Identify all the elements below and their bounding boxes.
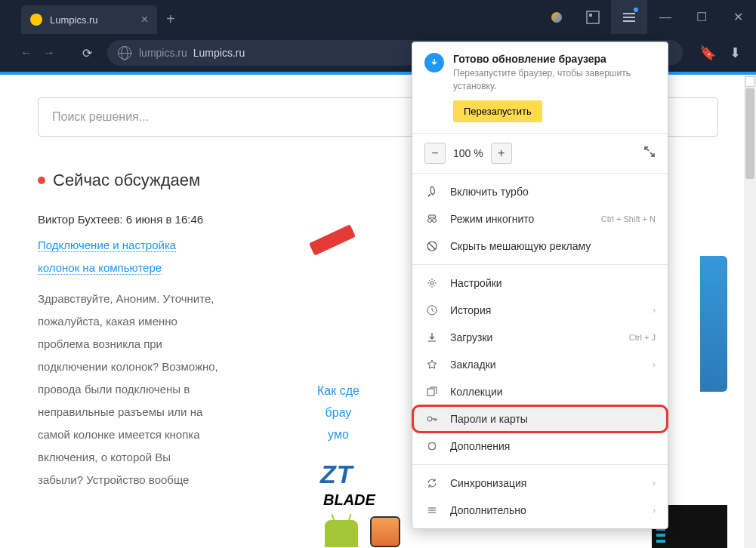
menu-item-addons[interactable]: Дополнения (412, 433, 668, 460)
menu-item-hide-ads[interactable]: Скрыть мешающую рекламу (412, 232, 668, 260)
now-discussing-title: Сейчас обсуждаем (53, 171, 200, 190)
article-link[interactable]: Как сде брау умо (317, 380, 359, 445)
sync-icon (424, 476, 440, 491)
menu-label: Дополнительно (450, 504, 526, 516)
chevron-right-icon: › (653, 305, 656, 316)
collections-icon (424, 384, 440, 399)
svg-point-6 (433, 218, 437, 222)
zte-logo: ZT (320, 460, 353, 489)
menu-item-downloads[interactable]: Загрузки Ctrl + J (412, 324, 668, 351)
android-icon (325, 520, 358, 547)
zoom-value: 100 % (453, 147, 483, 159)
rocket-icon (424, 184, 440, 199)
menu-item-bookmarks[interactable]: Закладки › (412, 351, 668, 378)
menu-item-history[interactable]: История › (412, 297, 668, 324)
update-notification: Готово обновление браузера Перезапустите… (412, 42, 668, 134)
menu-item-settings[interactable]: Настройки (412, 269, 668, 297)
update-description: Перезапустите браузер, чтобы завершить у… (453, 67, 656, 93)
menu-item-more[interactable]: Дополнительно › (412, 497, 668, 524)
tableau-icon[interactable] (575, 0, 611, 34)
blue-box-decor (700, 256, 727, 392)
menu-label: Загрузки (450, 331, 492, 343)
url-title: Lumpics.ru (193, 47, 245, 59)
main-menu-panel: Готово обновление браузера Перезапустите… (412, 42, 668, 529)
comment-body: Здравствуйте, Аноним. Уточните, пожалуйс… (38, 288, 219, 491)
menu-label: Синхронизация (450, 477, 526, 489)
menu-label: Закладки (450, 359, 496, 371)
reload-button[interactable]: ⟳ (76, 42, 98, 64)
zoom-controls: − 100 % + (412, 134, 668, 174)
zoom-out-button[interactable]: − (424, 143, 446, 164)
incognito-icon (424, 211, 440, 226)
weather-icon[interactable] (538, 0, 575, 34)
menu-item-turbo[interactable]: Включить турбо (412, 178, 668, 205)
svg-rect-11 (427, 389, 434, 396)
globe-icon (118, 46, 131, 60)
svg-line-8 (429, 243, 435, 249)
menu-item-sync[interactable]: Синхронизация › (412, 469, 668, 497)
menu-label: Режим инкогнито (450, 213, 534, 225)
gear-icon (424, 276, 440, 291)
url-domain: lumpics.ru (139, 47, 187, 59)
chevron-right-icon: › (653, 478, 656, 488)
menu-item-passwords[interactable]: Пароли и карты (412, 405, 668, 433)
article-illustration (310, 233, 355, 247)
zoom-in-button[interactable]: + (491, 143, 512, 164)
chevron-right-icon: › (653, 505, 656, 516)
blade-logo: BLADE (323, 491, 375, 509)
comment-meta: Виктор Бухтеев: 6 июня в 16:46 (38, 209, 219, 229)
live-dot-icon (38, 177, 45, 184)
key-icon (424, 411, 440, 426)
menu-label: Дополнения (450, 440, 510, 452)
new-tab-button[interactable]: + (157, 11, 184, 28)
menu-item-incognito[interactable]: Режим инкогнито Ctrl + Shift + N (412, 205, 668, 232)
close-window-button[interactable]: ✕ (720, 0, 756, 34)
titlebar-controls: — ☐ ✕ (538, 0, 756, 34)
bookmark-icon[interactable]: 🔖 (699, 45, 716, 61)
menu-label: Коллекции (450, 386, 503, 398)
menu-label: История (450, 304, 491, 316)
menu-shortcut: Ctrl + Shift + N (601, 214, 656, 223)
tab-favicon (30, 14, 42, 26)
tab-close-button[interactable]: × (141, 13, 148, 26)
svg-rect-1 (589, 14, 592, 17)
maximize-button[interactable]: ☐ (683, 0, 720, 34)
phone-icon (370, 516, 400, 547)
menu-button[interactable] (611, 0, 647, 34)
svg-point-9 (430, 282, 434, 285)
download-update-icon (424, 53, 444, 72)
menu-label: Пароли и карты (450, 413, 528, 425)
browser-tab[interactable]: Lumpics.ru × (21, 5, 157, 34)
svg-point-12 (427, 417, 432, 421)
menu-label: Скрыть мешающую рекламу (450, 240, 591, 252)
puzzle-icon (424, 439, 440, 454)
scrollbar[interactable] (744, 75, 756, 548)
titlebar: Lumpics.ru × + — ☐ ✕ (0, 0, 756, 34)
more-icon (424, 503, 440, 518)
update-title: Готово обновление браузера (453, 53, 656, 65)
downloads-button[interactable]: ⬇ (730, 45, 741, 61)
star-icon (424, 357, 440, 372)
download-icon (424, 330, 440, 345)
svg-point-5 (428, 218, 432, 222)
svg-rect-0 (587, 11, 599, 23)
restart-button[interactable]: Перезапустить (453, 100, 542, 122)
history-icon (424, 303, 440, 318)
menu-label: Включить турбо (450, 186, 529, 198)
fullscreen-button[interactable] (643, 146, 656, 161)
comment-link[interactable]: Подключение и настройка колонок на компь… (38, 239, 176, 275)
chevron-right-icon: › (653, 359, 656, 370)
menu-item-collections[interactable]: Коллекции (412, 378, 668, 405)
tab-title: Lumpics.ru (50, 14, 141, 26)
back-button[interactable]: ← (15, 42, 38, 64)
menu-shortcut: Ctrl + J (629, 333, 656, 342)
forward-button: → (38, 42, 60, 64)
menu-label: Настройки (450, 277, 502, 289)
block-icon (424, 239, 440, 254)
minimize-button[interactable]: — (647, 0, 683, 34)
